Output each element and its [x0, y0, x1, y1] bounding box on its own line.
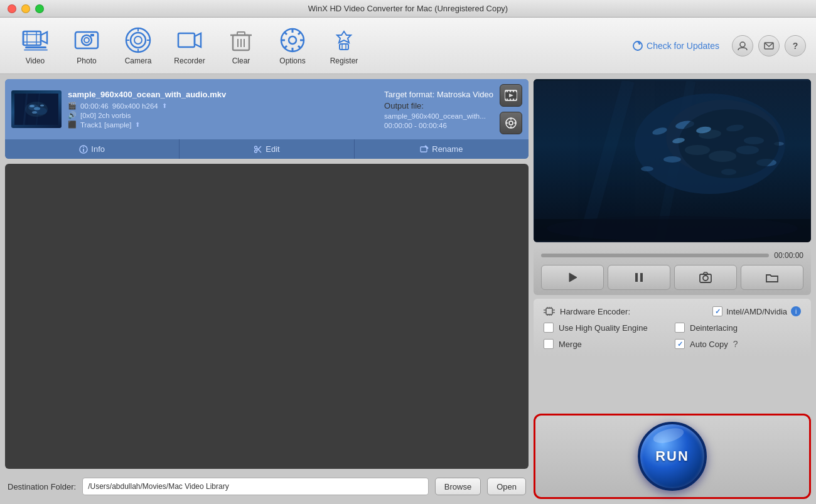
window-controls[interactable]: [8, 4, 44, 13]
svg-rect-8: [24, 49, 48, 51]
svg-point-13: [126, 28, 150, 52]
title-bar: WinX HD Video Converter for Mac (Unregis…: [0, 0, 816, 18]
audio-meta-icon: 🔊: [68, 111, 77, 119]
time-display: 00:00:00: [774, 251, 803, 260]
auto-copy-label: Auto Copy: [690, 340, 728, 349]
svg-line-35: [298, 46, 301, 48]
toolbar-camera[interactable]: Camera: [113, 22, 163, 69]
camera-snapshot-icon: [699, 271, 712, 284]
folder-button[interactable]: [741, 265, 803, 290]
gpu-label: Intel/AMD/Nvidia: [726, 307, 787, 316]
svg-point-100: [679, 109, 779, 178]
video-meta-icon: 🎬: [68, 102, 77, 110]
settings-icon: [505, 117, 517, 129]
high-quality-option: Use High Quality Engine: [544, 323, 670, 333]
auto-copy-help[interactable]: ?: [733, 339, 738, 349]
hw-encoder-checkbox[interactable]: [712, 306, 722, 316]
toolbar-register[interactable]: Register: [319, 22, 369, 69]
svg-point-97: [641, 166, 653, 171]
edit-button[interactable]: Edit: [180, 139, 354, 159]
toolbar-recorder[interactable]: Recorder: [164, 22, 215, 69]
high-quality-checkbox[interactable]: [544, 323, 554, 333]
rename-button[interactable]: Rename: [355, 139, 529, 159]
help-button[interactable]: ?: [785, 35, 806, 56]
toolbar-register-label: Register: [330, 56, 358, 65]
toolbar: Video Photo: [0, 18, 816, 74]
file-target: Target format: Matroska Video Output fil…: [384, 90, 493, 129]
play-button[interactable]: [541, 265, 604, 290]
progress-track[interactable]: [541, 254, 769, 257]
deinterlacing-checkbox[interactable]: [675, 323, 685, 333]
quality-options-row: Use High Quality Engine Deinterlacing: [544, 323, 801, 333]
auto-copy-checkbox[interactable]: [675, 339, 685, 349]
toolbar-recorder-label: Recorder: [174, 56, 205, 65]
svg-rect-60: [507, 99, 508, 100]
svg-point-52: [32, 111, 37, 114]
destination-input[interactable]: [82, 478, 429, 495]
check-updates-link[interactable]: Check for Updates: [632, 40, 719, 51]
mail-icon: [763, 40, 775, 51]
run-label: RUN: [655, 448, 689, 464]
account-button[interactable]: [732, 35, 753, 56]
window-title: WinX HD Video Converter for Mac (Unregis…: [308, 4, 508, 13]
svg-point-104: [547, 216, 798, 241]
folder-icon: [765, 271, 779, 284]
svg-line-80: [425, 146, 426, 146]
svg-rect-106: [635, 273, 638, 282]
close-button[interactable]: [8, 4, 16, 13]
recorder-icon: [176, 26, 203, 54]
merge-label: Merge: [559, 340, 582, 349]
settings-file-button[interactable]: [500, 112, 522, 134]
svg-line-36: [298, 31, 301, 34]
toolbar-photo[interactable]: Photo: [62, 22, 112, 69]
svg-point-51: [40, 105, 44, 107]
file-meta: 🎬 00:00:46 960x400 h264 ⬆ 🔊 [0x0] 2ch vo…: [68, 102, 378, 129]
maximize-button[interactable]: [35, 4, 44, 13]
file-duration: 00:00:46: [80, 102, 109, 110]
file-resolution: 960x400 h264: [112, 102, 158, 110]
svg-marker-105: [569, 273, 577, 282]
file-item[interactable]: sample_960x400_ocean_with_audio.mkv 🎬 00…: [5, 79, 529, 139]
rename-label: Rename: [432, 144, 463, 154]
toolbar-options[interactable]: Options: [267, 22, 318, 69]
svg-rect-24: [237, 32, 245, 35]
svg-rect-58: [510, 90, 511, 92]
toolbar-options-label: Options: [279, 56, 305, 65]
open-button[interactable]: Open: [487, 478, 526, 495]
film-icon: [505, 90, 517, 101]
preview-file-button[interactable]: [500, 84, 522, 107]
svg-point-14: [131, 33, 146, 48]
info-icon: [79, 145, 88, 154]
play-icon: [566, 271, 579, 284]
destination-label: Destination Folder:: [8, 482, 76, 491]
toolbar-video[interactable]: Video: [10, 22, 60, 69]
file-list: sample_960x400_ocean_with_audio.mkv 🎬 00…: [5, 79, 529, 159]
info-label: Info: [91, 144, 105, 154]
ocean-preview: [14, 94, 58, 125]
hw-encoder-label: Hardware Encoder:: [560, 307, 707, 316]
svg-rect-61: [510, 99, 511, 100]
browse-button[interactable]: Browse: [435, 478, 481, 495]
pause-icon: [632, 271, 646, 284]
merge-checkbox[interactable]: [544, 339, 554, 349]
info-button[interactable]: Info: [5, 139, 180, 159]
pause-button[interactable]: [608, 265, 670, 290]
mail-button[interactable]: [758, 35, 780, 56]
svg-point-49: [30, 105, 35, 107]
snapshot-button[interactable]: [674, 265, 737, 290]
options-icon: [279, 26, 306, 54]
file-thumbnail: [11, 90, 62, 128]
svg-point-72: [83, 146, 84, 147]
minimize-button[interactable]: [21, 4, 30, 13]
toolbar-camera-label: Camera: [125, 56, 152, 65]
target-format: Target format: Matroska Video: [384, 90, 493, 99]
progress-bar-area: 00:00:00: [541, 251, 803, 260]
ocean-scene: [534, 81, 810, 241]
toolbar-account-icons: ?: [732, 35, 806, 56]
svg-point-95: [663, 156, 681, 163]
output-label: Output file:: [384, 101, 493, 110]
run-button[interactable]: RUN: [638, 422, 707, 491]
hw-info-icon[interactable]: i: [791, 306, 801, 316]
right-panel: 00:00:00: [534, 74, 816, 504]
toolbar-clear[interactable]: Clear: [216, 22, 266, 69]
